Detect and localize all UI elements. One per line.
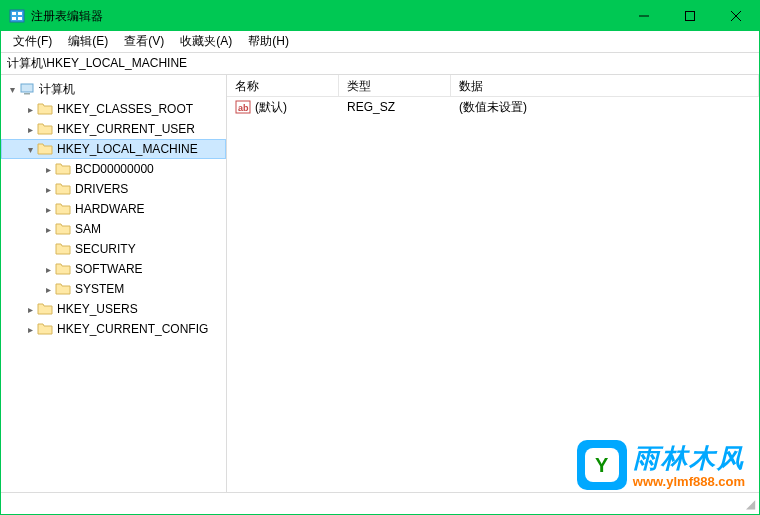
- chevron-right-icon[interactable]: ▸: [23, 104, 37, 115]
- value-row-default[interactable]: ab (默认) REG_SZ (数值未设置): [227, 97, 759, 117]
- svg-rect-0: [10, 10, 24, 22]
- chevron-right-icon[interactable]: ▸: [41, 264, 55, 275]
- tree-label: DRIVERS: [75, 182, 128, 196]
- svg-rect-1: [12, 12, 16, 15]
- tree-label: 计算机: [39, 81, 75, 98]
- svg-rect-2: [12, 17, 16, 20]
- tree-label: SECURITY: [75, 242, 136, 256]
- tree-label: SAM: [75, 222, 101, 236]
- tree-hive-current-user[interactable]: ▸ HKEY_CURRENT_USER: [1, 119, 226, 139]
- col-header-name[interactable]: 名称: [227, 75, 339, 96]
- chevron-right-icon[interactable]: ▸: [41, 184, 55, 195]
- address-bar: [1, 53, 759, 75]
- folder-icon: [37, 301, 53, 317]
- tree-label: HKEY_CURRENT_CONFIG: [57, 322, 208, 336]
- tree-label: SYSTEM: [75, 282, 124, 296]
- menu-bar: 文件(F) 编辑(E) 查看(V) 收藏夹(A) 帮助(H): [1, 31, 759, 53]
- folder-icon: [37, 121, 53, 137]
- tree-key-drivers[interactable]: ▸ DRIVERS: [1, 179, 226, 199]
- minimize-icon: [639, 11, 649, 21]
- tree-label: HKEY_CLASSES_ROOT: [57, 102, 193, 116]
- window-title: 注册表编辑器: [31, 8, 103, 25]
- folder-icon: [55, 281, 71, 297]
- folder-icon: [55, 181, 71, 197]
- tree-key-software[interactable]: ▸ SOFTWARE: [1, 259, 226, 279]
- svg-rect-3: [18, 12, 22, 15]
- chevron-down-icon[interactable]: ▾: [23, 144, 37, 155]
- maximize-button[interactable]: [667, 1, 713, 31]
- folder-icon: [55, 261, 71, 277]
- tree-label: SOFTWARE: [75, 262, 143, 276]
- folder-icon: [55, 241, 71, 257]
- tree-key-bcd[interactable]: ▸ BCD00000000: [1, 159, 226, 179]
- status-bar: ◢: [1, 492, 759, 514]
- value-name: (默认): [255, 99, 287, 116]
- string-value-icon: ab: [235, 99, 251, 115]
- tree-hive-classes-root[interactable]: ▸ HKEY_CLASSES_ROOT: [1, 99, 226, 119]
- close-icon: [731, 11, 741, 21]
- tree-key-security[interactable]: ▸ SECURITY: [1, 239, 226, 259]
- chevron-right-icon[interactable]: ▸: [23, 304, 37, 315]
- tree-label: BCD00000000: [75, 162, 154, 176]
- folder-icon: [37, 101, 53, 117]
- svg-rect-6: [686, 12, 695, 21]
- svg-line-8: [731, 11, 741, 21]
- svg-rect-9: [21, 84, 33, 92]
- values-header: 名称 类型 数据: [227, 75, 759, 97]
- computer-icon: [19, 81, 35, 97]
- value-data: (数值未设置): [459, 99, 527, 116]
- svg-text:ab: ab: [238, 103, 249, 113]
- tree-hive-current-config[interactable]: ▸ HKEY_CURRENT_CONFIG: [1, 319, 226, 339]
- maximize-icon: [685, 11, 695, 21]
- menu-file[interactable]: 文件(F): [5, 31, 60, 52]
- menu-help[interactable]: 帮助(H): [240, 31, 297, 52]
- title-bar[interactable]: 注册表编辑器: [1, 1, 759, 31]
- values-panel[interactable]: 名称 类型 数据 ab (默认) REG_SZ (数值未设置): [227, 75, 759, 492]
- tree-panel[interactable]: ▾ 计算机 ▸ HKEY_CLASSES_ROOT ▸ HKEY_CURRENT…: [1, 75, 227, 492]
- folder-icon: [55, 201, 71, 217]
- svg-rect-10: [24, 93, 30, 95]
- tree-key-system[interactable]: ▸ SYSTEM: [1, 279, 226, 299]
- folder-open-icon: [37, 141, 53, 157]
- tree-key-sam[interactable]: ▸ SAM: [1, 219, 226, 239]
- address-input[interactable]: [1, 54, 759, 74]
- tree-label: HKEY_USERS: [57, 302, 138, 316]
- tree-label: HKEY_CURRENT_USER: [57, 122, 195, 136]
- regedit-icon: [9, 8, 25, 24]
- chevron-right-icon[interactable]: ▸: [41, 224, 55, 235]
- chevron-right-icon[interactable]: ▸: [41, 204, 55, 215]
- tree-label: HKEY_LOCAL_MACHINE: [57, 142, 198, 156]
- resize-grip-icon[interactable]: ◢: [746, 497, 755, 511]
- chevron-right-icon[interactable]: ▸: [41, 284, 55, 295]
- minimize-button[interactable]: [621, 1, 667, 31]
- menu-view[interactable]: 查看(V): [116, 31, 172, 52]
- svg-line-7: [731, 11, 741, 21]
- tree-hive-local-machine[interactable]: ▾ HKEY_LOCAL_MACHINE: [1, 139, 226, 159]
- regedit-window: 注册表编辑器 文件(F) 编辑(E) 查看(V) 收藏夹(A) 帮助(H) ▾ …: [0, 0, 760, 515]
- chevron-right-icon[interactable]: ▸: [23, 324, 37, 335]
- value-type: REG_SZ: [347, 100, 395, 114]
- tree-key-hardware[interactable]: ▸ HARDWARE: [1, 199, 226, 219]
- folder-icon: [55, 161, 71, 177]
- col-header-data[interactable]: 数据: [451, 75, 759, 96]
- col-header-type[interactable]: 类型: [339, 75, 451, 96]
- chevron-down-icon[interactable]: ▾: [5, 84, 19, 95]
- svg-rect-4: [18, 17, 22, 20]
- menu-favorites[interactable]: 收藏夹(A): [172, 31, 240, 52]
- chevron-right-icon[interactable]: ▸: [41, 164, 55, 175]
- tree-label: HARDWARE: [75, 202, 145, 216]
- tree-root-computer[interactable]: ▾ 计算机: [1, 79, 226, 99]
- folder-icon: [55, 221, 71, 237]
- content-area: ▾ 计算机 ▸ HKEY_CLASSES_ROOT ▸ HKEY_CURRENT…: [1, 75, 759, 492]
- folder-icon: [37, 321, 53, 337]
- chevron-right-icon[interactable]: ▸: [23, 124, 37, 135]
- menu-edit[interactable]: 编辑(E): [60, 31, 116, 52]
- tree-hive-users[interactable]: ▸ HKEY_USERS: [1, 299, 226, 319]
- close-button[interactable]: [713, 1, 759, 31]
